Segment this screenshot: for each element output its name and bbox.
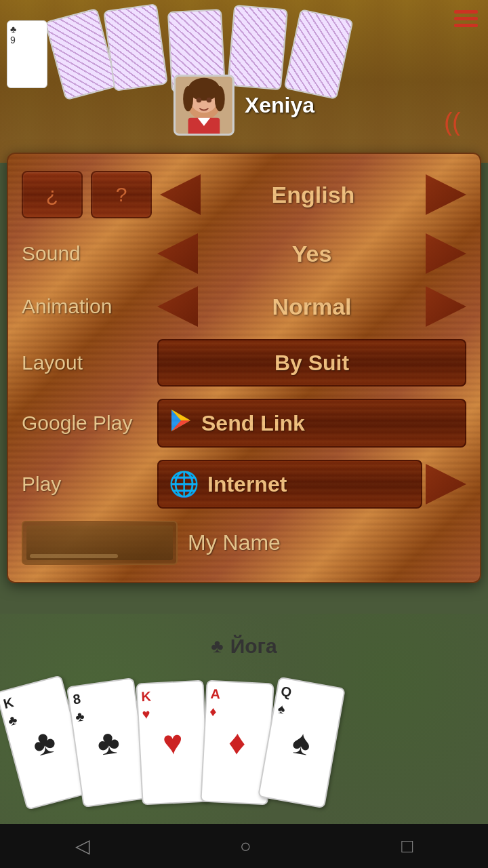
play-label: Play bbox=[22, 473, 157, 496]
center-8-clubs: ♣ bbox=[95, 722, 123, 764]
name-input-box[interactable] bbox=[22, 521, 178, 565]
play-arrow-right[interactable] bbox=[426, 464, 466, 505]
avatar-image bbox=[176, 75, 232, 136]
play-store-svg bbox=[169, 408, 193, 433]
menu-bar-1 bbox=[454, 10, 478, 14]
bottom-player-label: ♣ Йога bbox=[211, 635, 277, 658]
my-name-label: My Name bbox=[188, 530, 281, 555]
animation-label: Animation bbox=[22, 295, 157, 318]
language-row: ¿ ? English bbox=[22, 171, 466, 218]
menu-icon[interactable] bbox=[454, 10, 478, 27]
language-value: English bbox=[209, 182, 418, 208]
svg-text:(: ( bbox=[452, 108, 461, 136]
suit-king-hearts: ♥ bbox=[142, 707, 150, 722]
bottom-player-suit: ♣ bbox=[211, 635, 223, 657]
hand-card-king-hearts[interactable]: K ♥ ♥ bbox=[136, 680, 209, 806]
player-avatar bbox=[174, 75, 235, 136]
nav-back-button[interactable]: ◁ bbox=[62, 828, 104, 864]
rank-8-clubs: 8 bbox=[72, 691, 81, 707]
rank-king-hearts: K bbox=[141, 689, 152, 705]
center-queen-spades: ♠ bbox=[289, 722, 314, 764]
my-name-row: My Name bbox=[22, 521, 466, 565]
layout-button[interactable]: By Suit bbox=[157, 339, 466, 387]
nav-recent-button[interactable]: □ bbox=[388, 829, 426, 864]
menu-bar-3 bbox=[454, 24, 478, 27]
android-nav-bar: ◁ ○ □ bbox=[0, 824, 488, 868]
sound-value: Yes bbox=[201, 241, 422, 267]
player-name: Xeniya bbox=[245, 93, 314, 118]
layout-value: By Suit bbox=[274, 351, 349, 376]
animation-arrow-left[interactable] bbox=[157, 286, 198, 327]
corner-card: ♣ 9 bbox=[7, 20, 47, 88]
rank-ace-diamonds: A bbox=[210, 686, 221, 702]
play-row: Play 🌐 Internet bbox=[22, 460, 466, 509]
svg-point-7 bbox=[207, 98, 211, 102]
svg-point-5 bbox=[215, 86, 225, 111]
suit-ace-diamonds: ♦ bbox=[209, 704, 217, 719]
internet-text: Internet bbox=[207, 472, 287, 497]
speaker-svg: ( ( bbox=[444, 105, 478, 136]
layout-label: Layout bbox=[22, 351, 157, 374]
rank-king-clubs: K bbox=[2, 694, 16, 711]
table-card-2 bbox=[103, 3, 168, 92]
sound-arrow-right[interactable] bbox=[426, 233, 466, 274]
play-store-icon bbox=[169, 408, 193, 439]
layout-row: Layout By Suit bbox=[22, 339, 466, 387]
animation-row: Animation Normal bbox=[22, 286, 466, 327]
play-controls: 🌐 Internet bbox=[157, 460, 466, 509]
google-play-row: Google Play Send Link bbox=[22, 399, 466, 448]
rank-queen-spades: Q bbox=[280, 684, 293, 700]
svg-point-6 bbox=[197, 98, 201, 102]
google-play-label: Google Play bbox=[22, 412, 157, 435]
language-arrow-left[interactable] bbox=[160, 174, 201, 215]
sound-arrow-left[interactable] bbox=[157, 233, 198, 274]
sound-controls: Yes bbox=[157, 233, 466, 274]
center-king-hearts: ♥ bbox=[162, 722, 184, 762]
menu-bar-2 bbox=[454, 17, 478, 20]
center-ace-diamonds: ♦ bbox=[228, 722, 247, 762]
settings-panel: ¿ ? English Sound Yes Animation Normal L… bbox=[7, 153, 481, 583]
animation-controls: Normal bbox=[157, 286, 466, 327]
name-input-inner bbox=[26, 526, 173, 560]
suit-8-clubs: ♣ bbox=[75, 709, 85, 725]
send-link-text: Send Link bbox=[201, 411, 305, 436]
help-button-2[interactable]: ? bbox=[91, 171, 152, 218]
animation-arrow-right[interactable] bbox=[426, 286, 466, 327]
send-link-button[interactable]: Send Link bbox=[157, 399, 466, 448]
suit-king-clubs: ♣ bbox=[6, 712, 18, 729]
sound-label: Sound bbox=[22, 242, 157, 265]
player-area: Xeniya bbox=[174, 75, 314, 136]
bottom-player-name: Йога bbox=[230, 635, 277, 658]
help-button-1[interactable]: ¿ bbox=[22, 171, 83, 218]
sound-row: Sound Yes bbox=[22, 233, 466, 274]
internet-button[interactable]: 🌐 Internet bbox=[157, 460, 422, 509]
speaker-icon[interactable]: ( ( bbox=[444, 105, 478, 142]
language-arrow-right[interactable] bbox=[426, 174, 466, 215]
animation-value: Normal bbox=[201, 294, 422, 320]
input-slider bbox=[30, 554, 118, 558]
nav-home-button[interactable]: ○ bbox=[226, 829, 265, 864]
svg-point-4 bbox=[183, 86, 193, 111]
globe-icon: 🌐 bbox=[169, 470, 199, 498]
help-icon-2: ? bbox=[116, 183, 127, 206]
help-icon-1: ¿ bbox=[46, 183, 58, 206]
suit-queen-spades: ♠ bbox=[277, 701, 286, 717]
center-king-clubs: ♣ bbox=[28, 721, 60, 765]
